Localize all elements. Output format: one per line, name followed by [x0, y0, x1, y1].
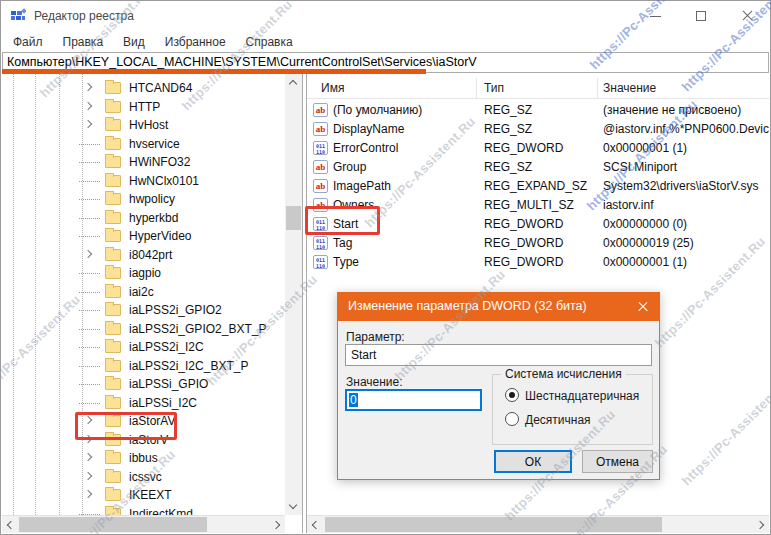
scroll-up-icon[interactable] — [289, 80, 297, 88]
value-row-Type[interactable]: 011110TypeREG_DWORD0x00000001 (1) — [307, 253, 769, 272]
tree-item-ibbus[interactable]: ibbus — [2, 449, 285, 467]
expand-chevron-icon[interactable] — [84, 490, 92, 498]
folder-icon — [105, 489, 121, 501]
column-header-value[interactable]: Значение — [598, 78, 769, 99]
folder-icon — [105, 267, 121, 279]
value-row-ErrorControl[interactable]: 011110ErrorControlREG_DWORD0x00000001 (1… — [307, 139, 769, 158]
tree-item-icssvc[interactable]: icssvc — [2, 468, 285, 486]
tree-vscroll-thumb[interactable] — [286, 206, 301, 230]
tree-item-iaLPSSi_I2C[interactable]: iaLPSSi_I2C — [2, 394, 285, 412]
expand-chevron-icon[interactable] — [84, 249, 92, 257]
title-bar: Редактор реестра — [1, 1, 770, 31]
value-input[interactable]: 0 — [345, 389, 482, 411]
expand-chevron-icon[interactable] — [84, 120, 92, 128]
scroll-right-icon[interactable] — [756, 521, 764, 529]
tree-connector — [79, 181, 100, 182]
value-row-Group[interactable]: abGroupREG_SZSCSI Miniport — [307, 158, 769, 177]
value-data: iastorv.inf — [603, 198, 653, 212]
tree-item-iaLPSS2i_GPIO2[interactable]: iaLPSS2i_GPIO2 — [2, 301, 285, 319]
tree-item-iagpio[interactable]: iagpio — [2, 264, 285, 282]
tree-connector — [79, 347, 100, 348]
maximize-button[interactable] — [678, 1, 724, 31]
scroll-right-icon[interactable] — [272, 521, 280, 529]
tree-item-HTTP[interactable]: HTTP — [2, 98, 285, 116]
tree-item-label: HwNClx0101 — [129, 174, 199, 188]
window-title: Редактор реестра — [34, 9, 134, 23]
tree-item-iaLPSS2i_I2C[interactable]: iaLPSS2i_I2C — [2, 338, 285, 356]
scroll-down-icon[interactable] — [289, 501, 297, 509]
tree-hscroll-thumb[interactable] — [19, 517, 207, 532]
tree-item-HyperVideo[interactable]: HyperVideo — [2, 227, 285, 245]
folder-icon — [105, 286, 121, 298]
tree-item-hvservice[interactable]: hvservice — [2, 135, 285, 153]
value-row-ImagePath[interactable]: abImagePathREG_EXPAND_SZSystem32\drivers… — [307, 177, 769, 196]
value-data: @iastorv.inf,%*PNP0600.Devic — [603, 122, 769, 136]
folder-icon — [105, 323, 121, 335]
tree-vertical-scrollbar[interactable] — [285, 74, 302, 515]
tree-item-i8042prt[interactable]: i8042prt — [2, 246, 285, 264]
close-button[interactable] — [724, 1, 770, 31]
menu-item-4[interactable]: Справка — [236, 31, 303, 49]
value-row-DisplayName[interactable]: abDisplayNameREG_SZ@iastorv.inf,%*PNP060… — [307, 120, 769, 139]
tree-horizontal-scrollbar[interactable] — [2, 515, 285, 533]
tree-item-hyperkbd[interactable]: hyperkbd — [2, 209, 285, 227]
tree-item-IKEEXT[interactable]: IKEEXT — [2, 486, 285, 504]
radio-icon[interactable] — [505, 412, 519, 426]
menu-item-3[interactable]: Избранное — [155, 31, 236, 49]
tree-connector — [79, 403, 100, 404]
folder-icon — [105, 156, 121, 168]
cancel-button[interactable]: Отмена — [582, 450, 653, 473]
tree-item-iaLPSS2i_GPIO2_BXT_P[interactable]: iaLPSS2i_GPIO2_BXT_P — [2, 320, 285, 338]
menu-item-2[interactable]: Вид — [113, 31, 155, 49]
column-header-type[interactable]: Тип — [477, 78, 598, 99]
expand-chevron-icon[interactable] — [84, 83, 92, 91]
expand-chevron-icon[interactable] — [84, 101, 92, 109]
menu-item-0[interactable]: Файл — [3, 31, 53, 49]
folder-icon — [105, 82, 121, 94]
list-hscroll-thumb[interactable] — [325, 517, 662, 532]
list-horizontal-scrollbar[interactable] — [307, 515, 769, 533]
value-row-(По умолчанию)[interactable]: ab(По умолчанию)REG_SZ(значение не присв… — [307, 101, 769, 120]
tree-item-label: HvHost — [129, 118, 168, 132]
tree-item-HTCAND64[interactable]: HTCAND64 — [2, 79, 285, 97]
param-name-field[interactable]: Start — [345, 344, 652, 366]
tree-connector — [79, 218, 100, 219]
menu-item-1[interactable]: Правка — [53, 31, 114, 49]
tree-item-HwNClx0101[interactable]: HwNClx0101 — [2, 172, 285, 190]
radio-icon[interactable] — [505, 388, 519, 402]
tree-item-hwpolicy[interactable]: hwpolicy — [2, 190, 285, 208]
reg-string-icon: ab — [313, 122, 328, 136]
radix-group-label: Система исчисления — [501, 367, 626, 381]
value-type: REG_SZ — [484, 122, 532, 136]
tree-item-label: iagpio — [129, 266, 161, 280]
scroll-left-icon[interactable] — [7, 521, 15, 529]
value-name: DisplayName — [333, 122, 404, 136]
tree-item-label: i8042prt — [129, 248, 172, 262]
tree-item-HvHost[interactable]: HvHost — [2, 116, 285, 134]
tree-item-iai2c[interactable]: iai2c — [2, 283, 285, 301]
column-header-name[interactable]: Имя — [307, 78, 477, 99]
tree-item-label: iaLPSS2i_I2C — [129, 340, 204, 354]
value-type: REG_DWORD — [484, 141, 563, 155]
tree-item-label: ibbus — [129, 451, 158, 465]
path-annotation-underline — [2, 69, 426, 74]
tree-item-label: icssvc — [129, 470, 162, 484]
tree-item-iaLPSS2i_I2C_BXT_P[interactable]: iaLPSS2i_I2C_BXT_P — [2, 357, 285, 375]
expand-chevron-icon[interactable] — [84, 471, 92, 479]
ok-button[interactable]: ОК — [494, 450, 572, 473]
tree-item-IndirectKmd[interactable]: IndirectKmd — [2, 505, 285, 516]
folder-icon — [105, 378, 121, 390]
dialog-close-button[interactable] — [627, 293, 659, 321]
value-row-Tag[interactable]: 011110TagREG_DWORD0x00000019 (25) — [307, 234, 769, 253]
tree-item-iaLPSSi_GPIO[interactable]: iaLPSSi_GPIO — [2, 375, 285, 393]
tree-connector — [79, 144, 100, 145]
minimize-button[interactable] — [632, 1, 678, 31]
tree-item-HWiNFO32[interactable]: HWiNFO32 — [2, 153, 285, 171]
dialog-title-bar: Изменение параметра DWORD (32 бита) — [338, 293, 659, 321]
tree-item-label: iai2c — [129, 285, 154, 299]
folder-icon — [105, 508, 121, 516]
expand-chevron-icon[interactable] — [84, 453, 92, 461]
list-header: Имя Тип Значение — [307, 78, 769, 99]
radix-groupbox: Система исчисления Шестнадцатеричная Дес… — [492, 374, 653, 445]
scroll-left-icon[interactable] — [312, 521, 320, 529]
